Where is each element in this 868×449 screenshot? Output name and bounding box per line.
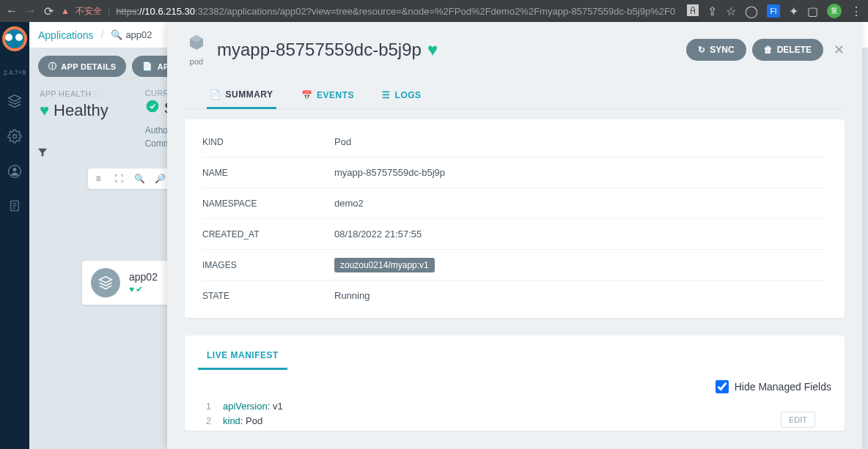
image-tag[interactable]: zouzou0214/myapp:v1 <box>334 258 435 272</box>
svg-point-8 <box>146 100 158 113</box>
layers-icon[interactable] <box>7 94 22 111</box>
sync-icon: ↻ <box>698 45 705 55</box>
resource-detail-panel: pod myapp-85757559dc-b5j9p ♥ ↻ SYNC 🗑 DE… <box>167 22 862 449</box>
panel-title: myapp-85757559dc-b5j9p ♥ <box>217 40 438 60</box>
zoom-in-icon[interactable]: 🔍 <box>129 168 150 189</box>
heart-icon: ♥ <box>427 40 438 60</box>
navigation-rail: 2.4.7+8 <box>0 22 29 449</box>
star-icon[interactable]: ☆ <box>726 4 736 18</box>
search-icon: 🔍 <box>111 29 122 40</box>
tab-events[interactable]: 📅 EVENTS <box>298 82 358 108</box>
window-icon[interactable]: ▢ <box>807 4 818 18</box>
hide-managed-fields-label: Hide Managed Fields <box>735 381 831 393</box>
address-bar[interactable]: ▲ 不安全 | https://10.6.215.30:32382/applic… <box>61 5 680 18</box>
user-icon[interactable] <box>7 164 22 182</box>
info-icon: ⓘ <box>48 61 56 72</box>
list-icon: ☰ <box>382 90 391 100</box>
summary-card: KINDPod NAMEmyapp-85757559dc-b5j9p NAMES… <box>185 119 845 318</box>
check-circle-icon <box>145 99 160 118</box>
share-icon[interactable]: ⇪ <box>707 4 717 18</box>
svg-marker-0 <box>9 95 21 101</box>
back-icon[interactable]: ← <box>6 4 18 18</box>
translate-icon[interactable]: 🅰 <box>687 4 699 18</box>
trash-icon: 🗑 <box>764 45 773 55</box>
gear-icon[interactable] <box>7 129 22 146</box>
breadcrumb-root[interactable]: Applications <box>38 29 94 41</box>
svg-point-3 <box>13 168 17 171</box>
version-label: 2.4.7+8 <box>4 69 26 76</box>
circle-icon[interactable]: ◯ <box>745 4 758 18</box>
sync-button[interactable]: ↻ SYNC <box>686 39 746 61</box>
info-icon: ⓘ <box>94 89 102 98</box>
summary-row-state: STATERunning <box>202 281 827 311</box>
breadcrumb-separator: / <box>101 29 104 41</box>
app-details-button[interactable]: ⓘ APP DETAILS <box>38 56 126 77</box>
docs-icon[interactable] <box>8 199 21 215</box>
url-text: https://10.6.215.30:32382/applications/a… <box>116 6 675 17</box>
tab-summary[interactable]: 📄 SUMMARY <box>207 82 276 109</box>
close-icon[interactable]: ✕ <box>834 42 845 58</box>
manifest-card: LIVE MANIFEST Hide Managed Fields 1apiVe… <box>185 335 845 431</box>
breadcrumb-current: 🔍 app02 <box>111 29 152 40</box>
app-health-block: APP HEALTH ⓘ ♥ Healthy <box>40 89 108 150</box>
summary-row-images: IMAGESzouzou0214/myapp:v1 <box>202 250 827 281</box>
heart-icon: ♥ <box>129 284 134 294</box>
expand-icon[interactable]: ⛶ <box>108 168 129 189</box>
reload-icon[interactable]: ⟳ <box>44 4 54 18</box>
align-icon[interactable]: ≡ <box>88 168 108 189</box>
manifest-code: 1apiVersion: v1 2kind: Pod <box>198 399 831 428</box>
tab-live-manifest[interactable]: LIVE MANIFEST <box>198 343 287 370</box>
filter-icon[interactable] <box>37 148 48 160</box>
insecure-label: 不安全 <box>76 5 102 18</box>
layers-icon <box>91 268 120 297</box>
cube-icon <box>188 34 205 56</box>
svg-marker-10 <box>100 277 112 283</box>
hide-managed-fields-checkbox[interactable] <box>716 380 729 393</box>
kebab-icon[interactable]: ⋮ <box>850 4 862 18</box>
summary-row-created: CREATED_AT08/18/2022 21:57:55 <box>202 219 827 250</box>
delete-button[interactable]: 🗑 DELETE <box>752 39 823 61</box>
extension-icon[interactable]: FI <box>767 4 780 18</box>
node-status: ♥✔ <box>129 284 158 294</box>
health-value: Healthy <box>54 101 108 120</box>
summary-row-kind: KINDPod <box>202 127 827 157</box>
forward-icon[interactable]: → <box>25 4 37 18</box>
warning-triangle-icon: ▲ <box>61 6 70 16</box>
puzzle-icon[interactable]: ✦ <box>789 4 798 18</box>
summary-row-name: NAMEmyapp-85757559dc-b5j9p <box>202 157 827 188</box>
app-health-label: APP HEALTH ⓘ <box>40 89 108 100</box>
svg-marker-9 <box>38 149 47 157</box>
file-icon: 📄 <box>210 89 221 100</box>
summary-row-namespace: NAMESPACEdemo2 <box>202 188 827 219</box>
check-icon: ✔ <box>136 284 143 294</box>
file-icon: 📄 <box>142 62 152 71</box>
calendar-icon: 📅 <box>301 90 313 100</box>
browser-toolbar: ← → ⟳ ▲ 不安全 | https://10.6.215.30:32382/… <box>0 0 868 22</box>
svg-point-1 <box>13 135 17 138</box>
tab-logs[interactable]: ☰ LOGS <box>379 82 424 108</box>
kind-label: pod <box>190 57 203 66</box>
node-name: app02 <box>129 271 158 283</box>
profile-avatar[interactable]: 复 <box>827 4 842 18</box>
edit-button[interactable]: EDIT <box>781 412 815 428</box>
heart-icon: ♥ <box>40 101 49 120</box>
argo-logo-icon[interactable] <box>2 26 27 51</box>
